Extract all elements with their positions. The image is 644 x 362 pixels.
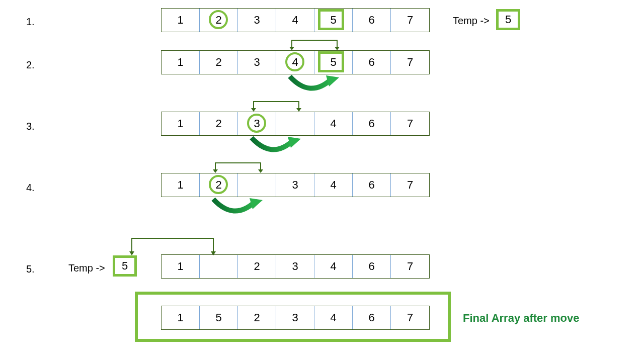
cell: 2: [200, 51, 238, 74]
step-4-label: 4.: [26, 182, 35, 194]
cell: 2: [200, 112, 238, 135]
cell: 7: [391, 306, 429, 329]
cell: 3: [276, 255, 314, 278]
cell: 7: [391, 9, 429, 32]
bracket-arrow-icon: [205, 158, 281, 173]
cell: [276, 112, 314, 135]
cell: 4: [314, 112, 353, 135]
circle-highlight-icon: [247, 114, 266, 133]
final-label: Final Array after move: [463, 312, 580, 325]
cell: 6: [353, 255, 391, 278]
cell: 2: [238, 255, 276, 278]
circle-highlight-icon: [209, 175, 228, 194]
square-highlight-icon: [318, 9, 344, 30]
square-highlight-icon: [318, 51, 344, 72]
step-1-label: 1.: [26, 16, 35, 28]
cell: 6: [353, 51, 391, 74]
cell: 1: [162, 255, 200, 278]
temp-label: Temp ->: [68, 262, 105, 274]
step-2-label: 2.: [26, 59, 35, 71]
cell: 6: [353, 112, 391, 135]
cell: 3: [238, 9, 276, 32]
cell: 5: [200, 306, 238, 329]
temp-box: 5: [113, 255, 137, 277]
cell: 3: [276, 306, 314, 329]
cell: 7: [391, 112, 429, 135]
array-step-4: 1 2 3 4 6 7: [161, 173, 430, 197]
step-3-label: 3.: [26, 121, 35, 132]
cell: 7: [391, 51, 429, 74]
circle-highlight-icon: [285, 52, 304, 71]
bracket-arrow-icon: [282, 35, 357, 50]
circle-highlight-icon: [209, 10, 228, 29]
cell: 6: [353, 173, 391, 197]
cell: 1: [162, 112, 200, 135]
curved-arrow-icon: [203, 196, 274, 220]
cell: 3: [276, 173, 314, 197]
temp-box: 5: [496, 9, 520, 30]
cell: 1: [162, 306, 200, 329]
array-step-5: 1 2 3 4 6 7: [161, 254, 430, 279]
cell: 6: [353, 306, 391, 329]
array-step-3: 1 2 3 4 6 7: [161, 112, 430, 136]
cell: [238, 173, 276, 197]
step-5-label: 5.: [26, 263, 35, 275]
cell: 4: [276, 9, 314, 32]
array-final: 1 5 2 3 4 6 7: [161, 306, 430, 330]
cell: 7: [391, 255, 429, 278]
cell: 1: [162, 9, 200, 32]
cell: 6: [353, 9, 391, 32]
cell: 4: [314, 306, 353, 329]
curved-arrow-icon: [242, 135, 312, 159]
bracket-arrow-icon: [244, 97, 319, 112]
cell: 1: [162, 51, 200, 74]
cell: 4: [314, 173, 353, 197]
cell: 4: [314, 255, 353, 278]
array-step-1: 1 2 3 4 5 6 7: [161, 8, 430, 32]
curved-arrow-icon: [280, 73, 350, 98]
temp-label: Temp ->: [453, 15, 490, 27]
cell: 7: [391, 173, 429, 197]
cell: 1: [162, 173, 200, 197]
cell: 3: [238, 51, 276, 74]
cell: 2: [238, 306, 276, 329]
bracket-arrow-icon: [123, 232, 223, 255]
cell: [200, 255, 238, 278]
